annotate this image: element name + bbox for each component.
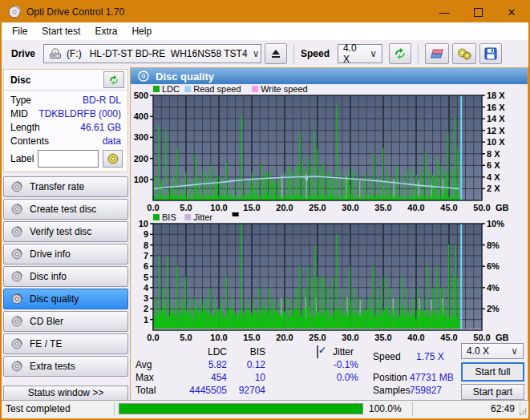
disc-icon — [11, 316, 22, 327]
svg-text:18 X: 18 X — [487, 91, 505, 100]
disc-icon — [107, 153, 119, 164]
progress-bar — [119, 403, 363, 414]
svg-text:6%: 6% — [487, 261, 500, 271]
sidebar-item-extra-tests[interactable]: Extra tests — [3, 356, 128, 377]
label-input[interactable] — [38, 150, 99, 168]
content-panel: Disc quality 50040030020010018 X16 X14 X… — [130, 67, 528, 401]
svg-text:8%: 8% — [487, 240, 500, 250]
svg-text:10: 10 — [139, 219, 148, 228]
disc-info-value: TDKBLDRFB (000) — [38, 108, 121, 119]
jitter-label: Jitter — [333, 346, 354, 357]
drive-value: (F:) HL-DT-ST BD-RE WH16NS58 TST4 — [67, 48, 248, 59]
sidebar: Disc Type BD-R DL MID TDKBLDRFB (000) Le… — [2, 67, 130, 401]
progress-fill — [119, 404, 362, 414]
svg-text:2%: 2% — [487, 304, 500, 313]
sidebar-item-drive-info[interactable]: Drive info — [3, 244, 128, 265]
svg-text:10.0: 10.0 — [210, 203, 227, 212]
svg-text:2: 2 — [144, 304, 148, 313]
status-window-button[interactable]: Status window >> — [3, 386, 128, 401]
svg-text:100: 100 — [134, 175, 148, 184]
svg-text:9: 9 — [144, 229, 148, 239]
samples-stat-value: 759827 — [410, 385, 442, 396]
ldc-max-value: 454 — [177, 372, 227, 383]
disc-icon — [11, 226, 22, 237]
elapsed-time: 62:49 — [451, 403, 515, 414]
eraser-icon — [430, 48, 444, 59]
chevron-down-icon: ∨ — [370, 48, 377, 59]
bis-column-header: BIS — [233, 346, 265, 357]
sidebar-item-label: CD Bler — [30, 316, 63, 327]
refresh-disc-button[interactable] — [103, 71, 124, 88]
speed-label: Speed — [301, 48, 330, 59]
speed-select[interactable]: 4.0 X ∨ — [338, 44, 382, 63]
svg-text:200: 200 — [134, 154, 148, 164]
save-button[interactable] — [479, 43, 502, 64]
svg-text:16 X: 16 X — [487, 103, 505, 112]
svg-text:0.0: 0.0 — [147, 203, 159, 212]
svg-text:40.0: 40.0 — [407, 333, 424, 342]
window-controls: — ✕ — [427, 2, 528, 22]
ldc-total-value: 4445505 — [177, 385, 227, 396]
disc-panel-header: Disc — [4, 70, 127, 91]
refresh-speed-button[interactable] — [389, 43, 411, 64]
resize-grip[interactable] — [520, 408, 527, 417]
svg-text:400: 400 — [134, 111, 148, 121]
menu-start-test[interactable]: Start test — [34, 22, 87, 40]
svg-text:500: 500 — [134, 91, 148, 100]
sidebar-item-verify-test-disc[interactable]: Verify test disc — [3, 221, 128, 242]
disc-info-row: MID TDKBLDRFB (000) — [4, 107, 127, 120]
label-row: Label — [4, 147, 127, 172]
svg-text:8: 8 — [144, 240, 148, 250]
disc-info-value: 46.61 GB — [80, 122, 121, 133]
disc-icon — [11, 248, 22, 260]
close-button[interactable]: ✕ — [495, 2, 528, 22]
position-stat-label: Position — [373, 372, 407, 383]
svg-text:25.0: 25.0 — [309, 333, 326, 342]
svg-text:50.0: 50.0 — [473, 333, 490, 342]
svg-text:BIS: BIS — [162, 212, 176, 222]
jitter-checkbox[interactable] — [317, 345, 318, 358]
sidebar-item-label: Transfer rate — [30, 181, 84, 192]
position-stat-value: 47731 MB — [410, 372, 454, 383]
write-label-button[interactable] — [103, 150, 123, 168]
sidebar-item-label: Drive info — [30, 248, 71, 260]
menu-file[interactable]: File — [5, 22, 34, 40]
svg-text:35.0: 35.0 — [374, 333, 391, 342]
sidebar-item-transfer-rate[interactable]: Transfer rate — [3, 176, 128, 197]
svg-text:20.0: 20.0 — [276, 333, 293, 342]
sidebar-item-disc-quality[interactable]: Disc quality — [3, 289, 128, 309]
svg-text:35.0: 35.0 — [374, 203, 391, 212]
statusbar: Test completed 100.0% 62:49 — [2, 400, 528, 418]
svg-text:LDC: LDC — [162, 84, 180, 94]
minimize-button[interactable]: — — [427, 2, 461, 22]
sidebar-item-cd-bler[interactable]: CD Bler — [3, 311, 128, 332]
maximize-button[interactable] — [461, 2, 495, 22]
svg-text:14 X: 14 X — [487, 114, 505, 123]
start-full-button[interactable]: Start full — [461, 362, 524, 382]
erase-disc-button[interactable] — [425, 43, 449, 64]
svg-text:Read speed: Read speed — [193, 84, 241, 94]
svg-text:4: 4 — [144, 283, 149, 293]
svg-text:40.0: 40.0 — [407, 203, 424, 212]
start-part-button[interactable]: Start part — [461, 384, 524, 400]
drive-select[interactable]: (F:) HL-DT-ST BD-RE WH16NS58 TST4 ∨ — [43, 44, 261, 63]
eject-button[interactable] — [265, 43, 287, 64]
refresh-icon — [394, 47, 407, 60]
compare-discs-button[interactable] — [452, 43, 476, 64]
toolbar: Drive (F:) HL-DT-ST BD-RE WH16NS58 TST4 … — [2, 40, 528, 67]
menu-help[interactable]: Help — [124, 22, 159, 40]
sidebar-item-fe-te[interactable]: FE / TE — [3, 333, 128, 354]
disc-panel: Disc Type BD-R DL MID TDKBLDRFB (000) Le… — [3, 69, 128, 172]
menu-extra[interactable]: Extra — [87, 22, 124, 40]
svg-text:45.0: 45.0 — [440, 333, 457, 342]
svg-text:45.0: 45.0 — [440, 203, 457, 212]
disc-icon — [11, 181, 22, 192]
avg-row-label: Avg — [136, 359, 152, 370]
sidebar-item-create-test-disc[interactable]: Create test disc — [3, 199, 128, 220]
disc-icon — [11, 293, 22, 305]
quality-speed-select[interactable]: 4.0 X ∨ — [461, 343, 524, 359]
sidebar-item-disc-info[interactable]: Disc info — [3, 266, 128, 287]
svg-text:4%: 4% — [487, 283, 500, 293]
svg-text:15.0: 15.0 — [243, 333, 260, 342]
svg-text:8 X: 8 X — [487, 149, 500, 159]
